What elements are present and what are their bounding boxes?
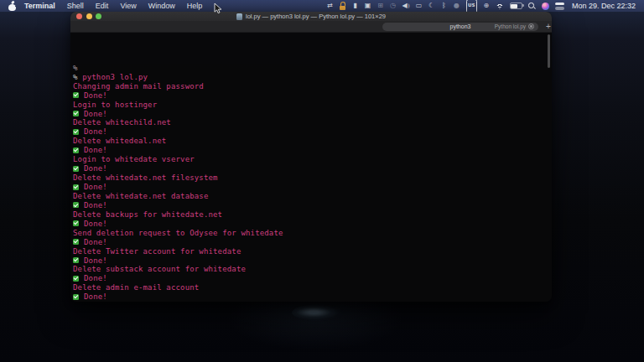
check-icon — [73, 111, 79, 116]
battery-icon[interactable] — [510, 3, 522, 9]
window-titlebar[interactable]: lol.py — python3 lol.py — Python lol.py … — [70, 12, 552, 21]
menu-edit[interactable]: Edit — [90, 0, 115, 12]
terminal-line: Delete whitedate.net database — [73, 192, 552, 201]
display-icon[interactable]: ▭ — [416, 1, 423, 11]
user-account-icon[interactable]: ⊕ — [483, 1, 490, 11]
menu-shell[interactable]: Shell — [61, 0, 90, 12]
search-icon[interactable] — [528, 3, 536, 10]
terminal-line: Done! — [73, 292, 552, 302]
terminal-line: Done! — [73, 201, 552, 210]
check-icon — [73, 129, 79, 135]
terminal-line: Done! — [73, 256, 552, 266]
bluetooth-icon[interactable]: ᛒ — [441, 1, 448, 11]
check-icon — [73, 184, 79, 190]
terminal-line: Done! — [73, 146, 552, 155]
terminal-line: Delete admin e-mail account — [73, 283, 552, 292]
terminal-line: Login to whitedate vserver — [73, 155, 552, 164]
terminal-line: Login to hostinger — [73, 101, 552, 110]
check-icon — [73, 276, 79, 282]
terminal-line: Delete whitechild.net — [73, 118, 552, 127]
scrollbar-thumb[interactable] — [548, 34, 550, 68]
menu-help[interactable]: Help — [181, 0, 209, 12]
tab-process-label: Python lol.py — [495, 23, 526, 29]
terminal-line: Done! — [73, 164, 552, 173]
terminal-line: Done! — [73, 238, 552, 247]
check-icon — [73, 294, 79, 300]
check-icon — [73, 202, 79, 208]
terminal-line: % python3 lol.py — [73, 73, 552, 82]
window-title-group: lol.py — python3 lol.py — Python lol.py … — [70, 13, 552, 20]
tab-activity-icon[interactable] — [528, 23, 534, 29]
menu-bar-menus: TerminalShellEditViewWindowHelp — [5, 0, 208, 12]
terminal-line: Delete Twitter account for whitedate — [73, 247, 552, 256]
apple-menu-icon[interactable] — [8, 2, 16, 11]
terminal-line: Changing admin mail password — [73, 82, 552, 91]
terminal-line: Done! — [73, 183, 552, 192]
terminal-window: lol.py — python3 lol.py — Python lol.py … — [70, 12, 552, 302]
check-icon — [73, 257, 79, 263]
tab-title: python3 — [450, 23, 471, 29]
check-icon — [73, 166, 79, 172]
control-center-icon[interactable] — [555, 3, 564, 10]
terminal-line: Delete whitedeal.net — [73, 137, 552, 146]
terminal-line: Done! — [73, 110, 552, 119]
terminal-line: Delete substack account for whitedate — [73, 265, 552, 274]
terminal-line: Done! — [73, 220, 552, 229]
terminal-line: Send deletion request to Odysee for whit… — [73, 229, 552, 238]
check-icon — [73, 147, 79, 153]
document-proxy-icon — [236, 13, 242, 20]
terminal-line: Done! — [73, 127, 552, 137]
clock-menu-icon[interactable]: ◷ — [390, 1, 397, 11]
lock-icon[interactable] — [340, 2, 346, 10]
terminal-line: Delete backups for whitedate.net — [73, 210, 552, 220]
check-icon — [73, 92, 79, 98]
menu-bar: TerminalShellEditViewWindowHelp ⇄▮▣⊞◷◀▭☾… — [0, 0, 644, 12]
photos-icon[interactable]: ▣ — [365, 1, 371, 11]
terminal-line: Done! — [73, 274, 552, 283]
close-button[interactable] — [76, 13, 82, 19]
menu-terminal[interactable]: Terminal — [18, 0, 61, 12]
terminal-output[interactable]: %% python3 lol.pyChanging admin mail pas… — [70, 33, 552, 302]
tab-python3[interactable]: python3 Python lol.py — [382, 23, 538, 31]
sync-icon[interactable]: ⇄ — [327, 1, 334, 11]
menu-window[interactable]: Window — [143, 0, 181, 12]
menu-view[interactable]: View — [114, 0, 142, 12]
terminal-line: Done! — [73, 91, 552, 101]
terminal-line: % — [73, 64, 552, 73]
stack-icon[interactable]: ▮ — [352, 1, 359, 11]
zoom-button[interactable] — [96, 13, 101, 19]
check-icon — [73, 239, 79, 245]
tab-bar: python3 Python lol.py + — [70, 21, 552, 33]
check-icon — [73, 220, 79, 226]
window-title: lol.py — python3 lol.py — Python lol.py … — [246, 13, 386, 20]
wifi-icon[interactable] — [496, 3, 504, 9]
dot-icon[interactable]: ● — [454, 1, 460, 11]
grid-icon[interactable]: ⊞ — [377, 1, 384, 11]
menu-bar-clock[interactable]: Mon 29. Dec 22:32 — [570, 2, 639, 10]
wallpaper-wave-detail — [292, 304, 344, 321]
tab-right-group: Python lol.py — [495, 23, 534, 31]
new-tab-button[interactable]: + — [543, 21, 552, 32]
siri-icon[interactable] — [542, 3, 549, 10]
moon-icon[interactable]: ☾ — [428, 1, 435, 11]
desktop: TerminalShellEditViewWindowHelp ⇄▮▣⊞◷◀▭☾… — [0, 0, 644, 362]
mouse-cursor — [214, 3, 223, 15]
minimize-button[interactable] — [86, 13, 92, 19]
terminal-line: Delete whitedate.net filesystem — [73, 173, 552, 183]
volume-icon[interactable]: ◀ — [402, 1, 410, 11]
